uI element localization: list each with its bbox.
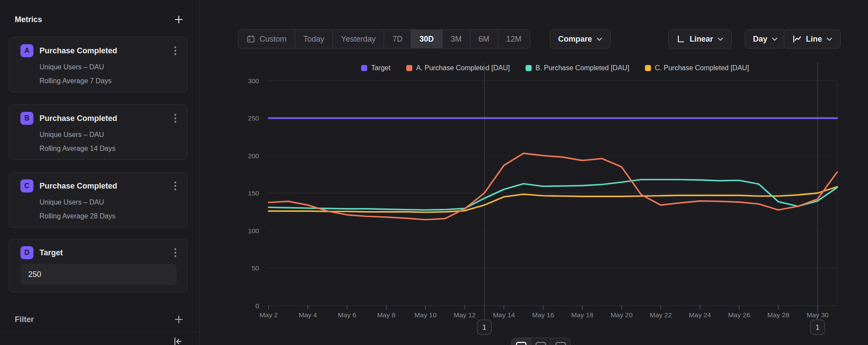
metric-card-head: C Purchase Completed xyxy=(20,179,177,192)
collapse-left-icon xyxy=(172,336,183,345)
chart-type-label: Line xyxy=(806,35,822,44)
svg-text:May 6: May 6 xyxy=(338,311,356,319)
interval-select-button[interactable]: Day xyxy=(745,29,786,49)
svg-text:May 12: May 12 xyxy=(454,311,476,319)
scale-select-button[interactable]: Linear xyxy=(668,29,732,49)
chart-view-toggle xyxy=(511,338,571,345)
svg-text:1: 1 xyxy=(482,323,486,332)
details-view-icon xyxy=(555,342,566,345)
range-3m[interactable]: 3M xyxy=(443,30,470,48)
svg-text:May 8: May 8 xyxy=(377,311,395,319)
kebab-menu-icon[interactable] xyxy=(174,46,177,56)
compare-label: Compare xyxy=(558,35,592,44)
line-chart-icon xyxy=(792,35,802,43)
metric-transform: Rolling Average 28 Days xyxy=(39,212,177,220)
date-range-control: Custom Today Yesterday 7D 30D 3M 6M 12M xyxy=(238,29,530,49)
metric-badge-c: C xyxy=(20,179,33,192)
svg-text:May 22: May 22 xyxy=(650,311,672,319)
svg-text:200: 200 xyxy=(248,152,259,159)
metric-title: Purchase Completed xyxy=(39,46,174,55)
filter-title: Filter xyxy=(15,315,34,324)
metric-card-head: A Purchase Completed xyxy=(20,44,177,57)
line-chart[interactable]: 11May 2May 4May 6May 8May 10May 12May 14… xyxy=(234,61,868,345)
range-custom[interactable]: Custom xyxy=(238,30,295,48)
range-today[interactable]: Today xyxy=(295,30,333,48)
svg-text:May 30: May 30 xyxy=(806,311,829,319)
view-option-table[interactable] xyxy=(531,338,551,345)
metric-title: Purchase Completed xyxy=(39,182,174,191)
linear-axis-icon xyxy=(677,35,685,43)
svg-text:150: 150 xyxy=(248,189,259,197)
metrics-header: Metrics xyxy=(15,13,184,26)
metrics-title: Metrics xyxy=(15,15,42,24)
metric-measure: Unique Users – DAU xyxy=(39,63,177,71)
svg-text:May 28: May 28 xyxy=(767,311,789,319)
analytics-dashboard: Metrics A Purchase Completed Unique User… xyxy=(0,0,868,345)
range-label: Yesterday xyxy=(341,35,375,44)
kebab-menu-icon[interactable] xyxy=(174,113,177,124)
svg-text:250: 250 xyxy=(248,114,259,122)
metric-card-b[interactable]: B Purchase Completed Unique Users – DAU … xyxy=(9,104,187,160)
metric-measure: Unique Users – DAU xyxy=(39,131,177,139)
calendar-icon xyxy=(247,35,255,43)
range-30d[interactable]: 30D xyxy=(411,30,442,48)
kebab-menu-icon[interactable] xyxy=(174,181,177,191)
target-card-head: D Target xyxy=(20,246,177,259)
range-label: Today xyxy=(303,35,324,44)
plus-icon xyxy=(174,315,184,324)
svg-text:0: 0 xyxy=(255,302,259,309)
metric-transform: Rolling Average 14 Days xyxy=(39,145,177,153)
metric-card-a[interactable]: A Purchase Completed Unique Users – DAU … xyxy=(9,37,187,92)
svg-text:May 18: May 18 xyxy=(571,311,593,319)
range-label: 6M xyxy=(479,35,490,44)
range-label: 12M xyxy=(506,35,522,44)
view-option-chart[interactable] xyxy=(512,338,531,345)
range-6m[interactable]: 6M xyxy=(470,30,498,48)
svg-text:May 20: May 20 xyxy=(611,311,633,319)
svg-text:May 4: May 4 xyxy=(299,311,317,319)
metric-title: Purchase Completed xyxy=(39,114,174,123)
plus-icon xyxy=(174,15,184,24)
add-metric-button[interactable] xyxy=(173,14,184,25)
range-label: 30D xyxy=(419,35,434,44)
chevron-down-icon xyxy=(772,37,778,41)
range-yesterday[interactable]: Yesterday xyxy=(333,30,384,48)
svg-text:May 26: May 26 xyxy=(728,311,750,319)
scale-label: Linear xyxy=(690,35,713,44)
range-12m[interactable]: 12M xyxy=(498,30,530,48)
target-value-input[interactable]: 250 xyxy=(20,264,177,285)
metric-badge-a: A xyxy=(20,44,33,57)
metric-transform: Rolling Average 7 Days xyxy=(39,77,177,85)
target-card[interactable]: D Target 250 xyxy=(9,239,187,292)
range-label: Custom xyxy=(260,35,286,44)
svg-text:300: 300 xyxy=(248,77,259,85)
compare-button[interactable]: Compare xyxy=(550,29,611,49)
svg-text:May 16: May 16 xyxy=(532,311,554,319)
view-option-details[interactable] xyxy=(551,338,570,345)
svg-text:May 24: May 24 xyxy=(689,311,711,319)
chart-type-select-button[interactable]: Line xyxy=(784,29,841,49)
interval-label: Day xyxy=(753,35,767,44)
chevron-down-icon xyxy=(596,37,602,41)
svg-text:May 2: May 2 xyxy=(260,311,278,319)
chevron-down-icon xyxy=(717,37,723,41)
collapse-sidebar-button[interactable] xyxy=(172,336,183,345)
range-label: 7D xyxy=(392,35,402,44)
svg-text:1: 1 xyxy=(815,323,819,332)
svg-text:May 14: May 14 xyxy=(493,311,515,319)
metric-card-c[interactable]: C Purchase Completed Unique Users – DAU … xyxy=(9,172,187,228)
svg-text:50: 50 xyxy=(252,264,260,272)
metric-badge-b: B xyxy=(20,112,33,125)
metric-measure: Unique Users – DAU xyxy=(39,199,177,206)
range-7d[interactable]: 7D xyxy=(384,30,411,48)
chart-view-icon xyxy=(516,342,527,345)
table-view-icon xyxy=(535,342,546,345)
svg-text:May 10: May 10 xyxy=(414,311,437,319)
metrics-sidebar: Metrics A Purchase Completed Unique User… xyxy=(0,0,200,345)
metric-card-head: B Purchase Completed xyxy=(20,112,177,125)
add-filter-button[interactable] xyxy=(173,314,184,325)
metric-badge-d: D xyxy=(20,246,33,259)
kebab-menu-icon[interactable] xyxy=(174,247,177,258)
range-label: 3M xyxy=(451,35,462,44)
target-title: Target xyxy=(39,248,174,257)
